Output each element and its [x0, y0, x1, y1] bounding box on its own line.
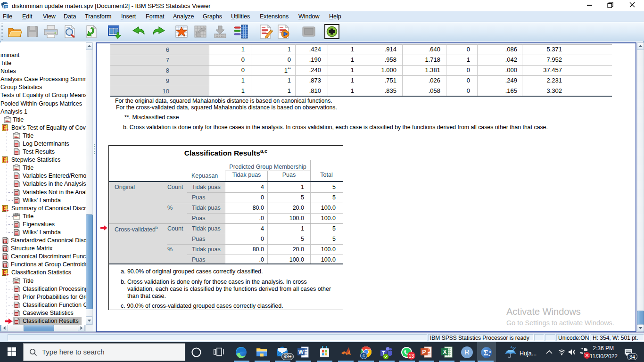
svg-text:X: X	[443, 349, 446, 355]
svg-text:W: W	[298, 349, 304, 355]
svg-text:P: P	[422, 349, 426, 355]
svg-text:Σ: Σ	[483, 349, 488, 357]
